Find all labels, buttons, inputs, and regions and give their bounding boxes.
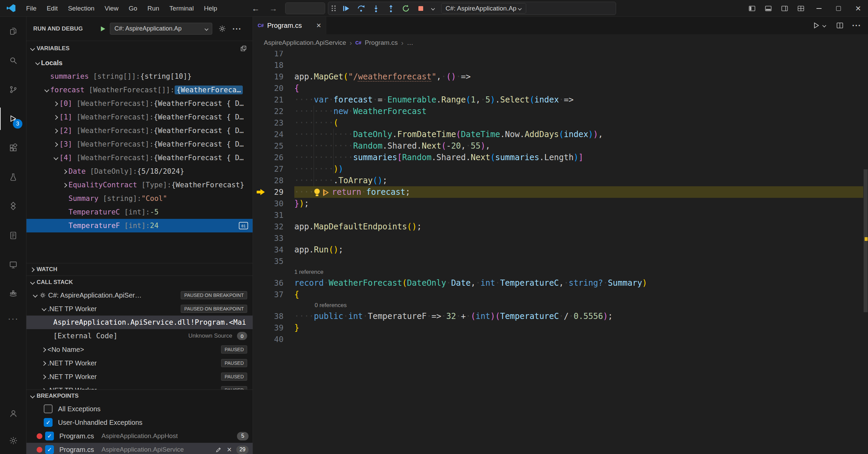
glyph-margin-line-24[interactable] — [253, 129, 269, 140]
line-number[interactable]: 29 — [269, 186, 283, 198]
line-number[interactable]: 26 — [269, 152, 283, 163]
glyph-margin-line-36[interactable] — [253, 277, 269, 289]
inline-run-marker-icon[interactable] — [323, 189, 329, 196]
continue-button[interactable] — [340, 3, 352, 14]
breakpoint-row[interactable]: ✓Program.csAspireApplication.ApiService×… — [26, 443, 253, 454]
code-line-23[interactable]: 23········( — [253, 117, 863, 129]
variable-row[interactable]: [1] [WeatherForecast]: {WeatherForecast … — [26, 110, 253, 124]
back-icon[interactable]: ← — [252, 4, 260, 13]
breakpoint-checkbox[interactable]: ✓ — [44, 418, 53, 427]
step-out-button[interactable] — [385, 3, 397, 14]
glyph-margin-line-23[interactable] — [253, 117, 269, 129]
callstack-pane-header[interactable]: CALL STACK — [26, 276, 253, 288]
line-number[interactable]: 27 — [269, 163, 283, 175]
code-line-22[interactable]: 22········new·WeatherForecast — [253, 106, 863, 117]
close-tab-icon[interactable]: × — [316, 22, 321, 29]
code-line-text[interactable]: ········)) — [294, 163, 863, 175]
remove-breakpoint-icon[interactable]: × — [227, 446, 232, 453]
menu-terminal[interactable]: Terminal — [164, 0, 199, 17]
glyph-margin-line-28[interactable] — [253, 175, 269, 186]
code-line-text[interactable]: ············summaries[Random.Shared.Next… — [294, 152, 863, 163]
glyph-margin-line-21[interactable] — [253, 94, 269, 106]
code-line-28[interactable]: 28········.ToArray(); — [253, 175, 863, 186]
run-and-debug-icon[interactable]: 3 — [0, 104, 26, 133]
menu-view[interactable]: View — [100, 0, 124, 17]
line-number[interactable]: 28 — [269, 175, 283, 186]
step-into-button[interactable] — [370, 3, 382, 14]
diamond-stack-icon[interactable] — [0, 192, 26, 221]
debug-settings-gear-icon[interactable] — [218, 25, 226, 33]
variable-row[interactable]: EqualityContract [Type]: {WeatherForecas… — [26, 178, 253, 192]
line-number[interactable]: 35 — [269, 256, 283, 267]
glyph-margin-line-34[interactable] — [253, 244, 269, 256]
toolbar-drag-handle-icon[interactable] — [332, 5, 336, 11]
menu-go[interactable]: Go — [123, 0, 142, 17]
glyph-margin-line-38[interactable] — [253, 310, 269, 322]
code-line-text[interactable]: { — [294, 82, 863, 94]
extensions-icon[interactable] — [0, 133, 26, 163]
editor-more-actions-icon[interactable]: ··· — [852, 21, 861, 30]
maximize-button[interactable] — [829, 0, 848, 17]
code-line-33[interactable]: 33 — [253, 232, 863, 244]
code-line-25[interactable]: 25············Random.Shared.Next(-20,·55… — [253, 140, 863, 152]
glyph-margin-line-30[interactable] — [253, 198, 269, 209]
callstack-thread-row[interactable]: <No Name>PAUSED — [26, 343, 253, 356]
variable-row[interactable]: forecast [WeatherForecast[]]: {WeatherFo… — [26, 83, 253, 97]
variable-row[interactable]: Summary [string]: "Cool" — [26, 192, 253, 205]
code-line-text[interactable]: ············DateOnly.FromDateTime(DateTi… — [294, 129, 863, 140]
code-line-38[interactable]: 38····public·int·TemperatureF·=>·32·+·(i… — [253, 310, 863, 322]
code-line-39[interactable]: 39} — [253, 322, 863, 334]
glyph-margin-line-29[interactable] — [253, 186, 269, 198]
line-number[interactable]: 17 — [269, 51, 283, 59]
line-number[interactable]: 36 — [269, 277, 283, 289]
line-number[interactable]: 37 — [269, 289, 283, 300]
code-line-text[interactable] — [294, 256, 863, 267]
glyph-margin-line-35[interactable] — [253, 256, 269, 267]
customize-layout-icon[interactable] — [793, 0, 809, 17]
line-number[interactable]: 18 — [269, 59, 283, 71]
glyph-margin-line-40[interactable] — [253, 334, 269, 345]
glyph-margin-line-20[interactable] — [253, 82, 269, 94]
glyph-margin-line-25[interactable] — [253, 140, 269, 152]
code-line-text[interactable] — [294, 51, 863, 59]
start-debugging-icon[interactable] — [99, 25, 106, 33]
glyph-margin-line-26[interactable] — [253, 152, 269, 163]
code-line-text[interactable] — [294, 232, 863, 244]
stop-options-chevron-icon[interactable] — [430, 6, 436, 11]
minimize-button[interactable] — [809, 0, 829, 17]
variable-row[interactable]: Date [DateOnly]: {5/18/2024} — [26, 165, 253, 178]
step-over-button[interactable] — [355, 3, 367, 14]
code-line-32[interactable]: 32app.MapDefaultEndpoints(); — [253, 221, 863, 232]
code-line-40[interactable]: 40 — [253, 334, 863, 345]
code-line-19[interactable]: 19app.MapGet("/weatherforecast",·()·=> — [253, 71, 863, 82]
restart-button[interactable] — [400, 3, 412, 14]
callstack-thread-row[interactable]: .NET TP WorkerPAUSED — [26, 370, 253, 383]
line-number[interactable]: 39 — [269, 322, 283, 334]
code-line-36[interactable]: 36record·WeatherForecast(DateOnly·Date,·… — [253, 277, 863, 289]
line-number[interactable]: 24 — [269, 129, 283, 140]
variables-pane-header[interactable]: VARIABLES — [26, 41, 253, 56]
line-number[interactable]: 19 — [269, 71, 283, 82]
views-more-actions-icon[interactable]: ··· — [232, 24, 241, 34]
run-or-debug-button[interactable] — [812, 21, 828, 30]
debug-session-picker[interactable]: C#: AspireApplication.Ap — [441, 3, 526, 14]
glyph-margin-line-32[interactable] — [253, 221, 269, 232]
code-line-text[interactable] — [294, 209, 863, 221]
code-line-27[interactable]: 27········)) — [253, 163, 863, 175]
code-line-text[interactable]: ····var·forecast·=·Enumerable.Range(1,·5… — [294, 94, 863, 106]
accounts-icon[interactable] — [0, 400, 26, 427]
binary-view-icon[interactable]: 01 — [238, 221, 249, 230]
close-window-button[interactable]: × — [848, 0, 868, 17]
code-line-text[interactable]: ········.ToArray(); — [294, 175, 863, 186]
code-line-text[interactable]: app.MapGet("/weatherforecast",·()·=> — [294, 71, 863, 82]
callstack-thread-row[interactable]: .NET TP WorkerPAUSED — [26, 383, 253, 390]
codelens-references[interactable]: 1 reference — [294, 269, 323, 275]
breakpoint-row[interactable]: All Exceptions — [26, 402, 253, 416]
code-line-21[interactable]: 21····var·forecast·=·Enumerable.Range(1,… — [253, 94, 863, 106]
code-area[interactable]: 171819app.MapGet("/weatherforecast",·()·… — [253, 51, 863, 454]
glyph-margin-line-39[interactable] — [253, 322, 269, 334]
callstack-thread-row[interactable]: .NET TP WorkerPAUSED — [26, 356, 253, 370]
additional-views-icon[interactable]: ··· — [0, 308, 26, 329]
variable-row[interactable]: Locals — [26, 56, 253, 70]
line-number[interactable]: 23 — [269, 117, 283, 129]
